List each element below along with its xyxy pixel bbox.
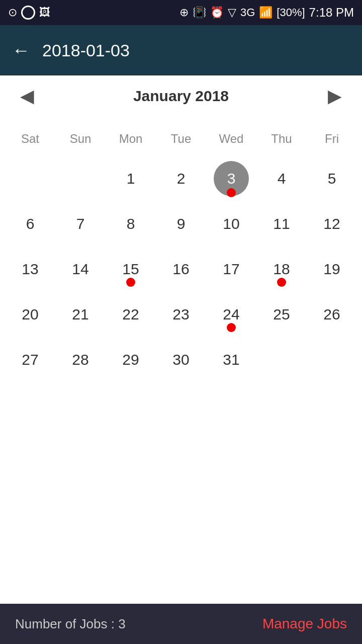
cal-day-28[interactable]: 28	[55, 337, 106, 382]
bottom-bar: Number of Jobs : 3 Manage Jobs	[0, 604, 362, 644]
cal-day-25[interactable]: 25	[256, 292, 307, 337]
event-dot-15	[126, 278, 135, 287]
cal-day-14[interactable]: 14	[55, 247, 106, 292]
battery-icon: [30%]	[277, 6, 305, 19]
cal-day-21[interactable]: 21	[55, 292, 106, 337]
vibrate-icon: 📳	[193, 6, 206, 19]
location-icon: ⊙	[8, 6, 17, 19]
status-bar: ⊙ 🖼 ⊕ 📳 ⏰ ▽ 3G 📶 [30%] 7:18 PM	[0, 0, 362, 25]
cal-day-8[interactable]: 8	[106, 201, 156, 247]
cal-day-3[interactable]: 3	[206, 156, 256, 201]
main-content: ◀ January 2018 ▶ Sat Sun Mon Tue Wed Thu…	[0, 75, 362, 644]
cal-day-30[interactable]: 30	[156, 337, 206, 382]
status-time: 7:18 PM	[309, 6, 354, 20]
app-header: ← 2018-01-03	[0, 25, 362, 75]
manage-jobs-button[interactable]: Manage Jobs	[262, 616, 347, 632]
signal-icon: 📶	[259, 6, 273, 19]
cal-day-15[interactable]: 15	[106, 247, 156, 292]
cal-day-23[interactable]: 23	[156, 292, 206, 337]
event-dot-24	[227, 323, 236, 332]
cal-cell-empty	[307, 337, 357, 382]
cal-day-17[interactable]: 17	[206, 247, 256, 292]
image-icon: 🖼	[39, 6, 50, 19]
cal-day-9[interactable]: 9	[156, 201, 206, 247]
gps-icon: ⊕	[179, 6, 189, 19]
cal-day-13[interactable]: 13	[5, 247, 55, 292]
cal-day-1[interactable]: 1	[106, 156, 156, 201]
circle-icon	[21, 6, 35, 20]
header-title: 2018-01-03	[42, 41, 130, 60]
wifi-icon: ▽	[228, 6, 236, 19]
cal-cell-empty	[5, 156, 55, 201]
cal-day-11[interactable]: 11	[256, 201, 307, 247]
cal-day-26[interactable]: 26	[307, 292, 357, 337]
status-right-icons: ⊕ 📳 ⏰ ▽ 3G 📶 [30%] 7:18 PM	[179, 6, 354, 20]
cal-day-19[interactable]: 19	[307, 247, 357, 292]
back-button[interactable]: ←	[12, 41, 30, 59]
cal-day-2[interactable]: 2	[156, 156, 206, 201]
cal-day-16[interactable]: 16	[156, 247, 206, 292]
cal-day-18[interactable]: 18	[256, 247, 307, 292]
cal-day-10[interactable]: 10	[206, 201, 256, 247]
cal-day-29[interactable]: 29	[106, 337, 156, 382]
prev-month-button[interactable]: ◀	[15, 80, 39, 112]
cal-day-4[interactable]: 4	[256, 156, 307, 201]
cal-day-12[interactable]: 12	[307, 201, 357, 247]
day-header-tue: Tue	[156, 127, 206, 156]
cal-cell-empty	[256, 337, 307, 382]
day-header-sun: Sun	[55, 127, 106, 156]
calendar-nav: ◀ January 2018 ▶	[0, 75, 362, 127]
cal-cell-empty	[55, 156, 106, 201]
cal-day-6[interactable]: 6	[5, 201, 55, 247]
day-header-sat: Sat	[5, 127, 55, 156]
cal-day-22[interactable]: 22	[106, 292, 156, 337]
event-dot-3	[227, 188, 236, 197]
network-icon: 3G	[240, 6, 255, 19]
event-dot-18	[277, 278, 286, 287]
cal-day-27[interactable]: 27	[5, 337, 55, 382]
calendar-grid: Sat Sun Mon Tue Wed Thu Fri 1 2 3 4 5 6 …	[5, 127, 357, 382]
next-month-button[interactable]: ▶	[323, 80, 347, 112]
cal-day-5[interactable]: 5	[307, 156, 357, 201]
day-header-mon: Mon	[106, 127, 156, 156]
cal-day-20[interactable]: 20	[5, 292, 55, 337]
day-header-fri: Fri	[307, 127, 357, 156]
status-left-icons: ⊙ 🖼	[8, 6, 50, 20]
jobs-count-label: Number of Jobs : 3	[15, 616, 126, 632]
cal-day-24[interactable]: 24	[206, 292, 256, 337]
alarm-icon: ⏰	[210, 6, 224, 19]
day-header-wed: Wed	[206, 127, 256, 156]
day-header-thu: Thu	[256, 127, 307, 156]
cal-day-7[interactable]: 7	[55, 201, 106, 247]
month-title: January 2018	[133, 88, 229, 105]
cal-day-31[interactable]: 31	[206, 337, 256, 382]
